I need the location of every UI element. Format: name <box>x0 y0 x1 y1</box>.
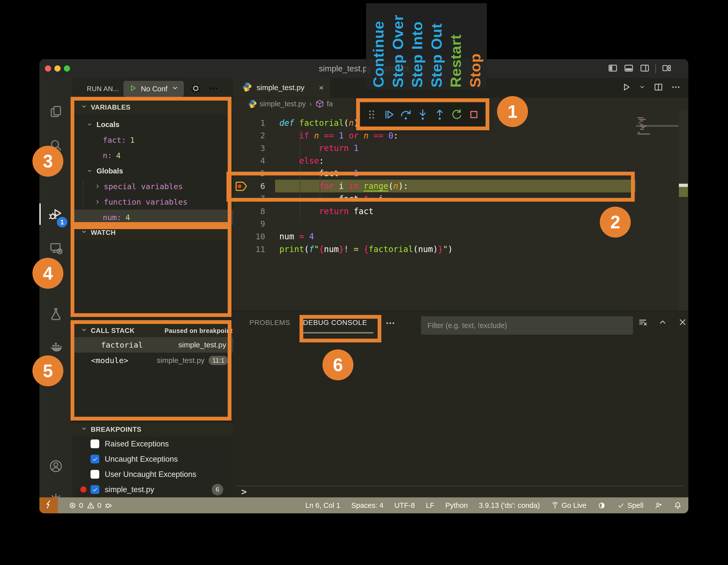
overview-ruler[interactable] <box>679 110 688 311</box>
panel-more-actions-icon[interactable] <box>385 318 396 330</box>
breakpoint-row[interactable]: Raised Exceptions <box>72 436 233 452</box>
minimap-line <box>639 122 640 123</box>
close-tab-icon[interactable]: × <box>319 83 324 93</box>
annotation-box-6 <box>300 315 381 343</box>
legend-label-continue: Continue <box>369 5 388 88</box>
check-icon <box>92 486 98 493</box>
status-indentation[interactable]: Spaces: 4 <box>351 501 383 510</box>
breakpoint-checkbox[interactable] <box>91 440 99 448</box>
tab-problems[interactable]: PROBLEMS <box>249 311 290 334</box>
status-notifications[interactable] <box>674 501 682 510</box>
panel-icons <box>637 317 688 329</box>
minimap-line <box>641 127 645 128</box>
annotation-circle-4: 4 <box>32 258 63 289</box>
legend-label-step-into: Step Into <box>408 5 427 88</box>
status-warnings[interactable]: 0 <box>87 501 101 510</box>
status-left: 00 <box>68 501 113 510</box>
broadcast-icon <box>551 501 559 510</box>
minimap-line <box>637 133 650 134</box>
console-filter-input[interactable] <box>421 316 633 335</box>
code-line-2[interactable]: 2 if n == 1 or n == 0: <box>233 129 688 142</box>
status-encoding[interactable]: UTF-8 <box>394 501 415 510</box>
layout-right-button[interactable] <box>639 63 650 74</box>
layout-bottom-button[interactable] <box>624 63 634 74</box>
tab-simple-test-py[interactable]: simple_test.py × <box>233 78 330 97</box>
line-number: 3 <box>248 143 265 153</box>
half-circle-icon <box>598 501 606 510</box>
status-settings-sync[interactable] <box>654 501 663 510</box>
maximize-panel-icon[interactable] <box>657 317 668 329</box>
annotation-circle-6: 6 <box>322 350 353 380</box>
dots-h-icon <box>671 82 681 92</box>
bell-icon <box>674 501 682 510</box>
status-go-live[interactable]: Go Live <box>551 501 587 510</box>
dots-h-icon <box>208 83 219 94</box>
breakpoints-section-header[interactable]: BREAKPOINTS <box>72 422 233 437</box>
layout-bottom-icon <box>624 63 634 73</box>
breakpoint-count-badge: 6 <box>212 484 223 495</box>
code-line-11[interactable]: 11print(f"{num}! = {factorial(num)}") <box>233 243 688 255</box>
activity-run-and-debug[interactable]: 1 <box>39 201 72 227</box>
more-actions-icon[interactable] <box>208 83 219 95</box>
status-python-interpreter[interactable]: 3.9.13 ('ds': conda) <box>479 501 540 510</box>
annotation-circle-3: 3 <box>32 146 63 177</box>
breakpoint-checkbox[interactable] <box>91 485 99 494</box>
minimap[interactable] <box>636 110 678 235</box>
run-outline-button[interactable] <box>621 82 631 93</box>
annotation-box-1 <box>356 98 489 130</box>
debug-settings-gear-icon[interactable] <box>190 83 201 95</box>
minimap-line <box>637 117 644 118</box>
layout-left-icon <box>608 63 618 73</box>
console-prompt[interactable]: > <box>241 486 247 497</box>
split-button[interactable] <box>653 82 663 93</box>
chev-down-button[interactable] <box>638 83 646 92</box>
chev-up-icon <box>657 317 668 328</box>
breadcrumb-item[interactable]: fa <box>315 99 333 108</box>
line-number: 9 <box>248 219 265 228</box>
breakpoint-row[interactable]: Uncaught Exceptions <box>72 452 233 467</box>
code-line-3[interactable]: 3 return 1 <box>233 142 688 154</box>
remote-indicator[interactable] <box>39 497 58 513</box>
layout-right-icon <box>639 63 650 73</box>
python-icon <box>248 99 257 108</box>
titlebar: simple_test.py — project <box>39 59 688 78</box>
code-line-4[interactable]: 4 else: <box>233 154 688 167</box>
breadcrumb-item[interactable]: simple_test.py <box>248 99 306 108</box>
activity-accounts[interactable] <box>39 453 72 479</box>
layout-custom-button[interactable] <box>661 63 672 74</box>
run-outline-icon <box>621 82 631 92</box>
legend-label-step-over: Step Over <box>389 5 408 88</box>
breakpoint-checkbox[interactable] <box>91 470 99 479</box>
activity-remote-explorer[interactable] <box>39 235 72 261</box>
status-cursor-position[interactable]: Ln 6, Col 1 <box>305 501 340 510</box>
breakpoint-dot-icon <box>80 486 87 493</box>
status-spell-checker[interactable]: Spell <box>617 501 644 510</box>
clear-console-icon[interactable] <box>637 317 648 329</box>
legend-label-stop: Stop <box>466 5 485 88</box>
breakpoint-row[interactable]: simple_test.py6 <box>72 482 233 497</box>
python-file-icon <box>242 82 252 94</box>
annotation-box-5 <box>71 320 231 421</box>
dots-h-button[interactable] <box>671 82 681 93</box>
status-debug-status[interactable] <box>105 501 113 510</box>
annotation-circle-1: 1 <box>497 96 528 127</box>
dots-h-icon <box>385 318 396 329</box>
beaker-icon <box>49 307 63 321</box>
close-panel-icon[interactable] <box>677 317 688 329</box>
status-language-mode[interactable]: Python <box>445 501 468 510</box>
status-eol[interactable]: LF <box>426 501 434 510</box>
console-filter[interactable] <box>421 316 633 335</box>
line-number: 10 <box>248 232 265 241</box>
account-icon <box>49 459 63 473</box>
activity-testing[interactable] <box>39 301 72 327</box>
debug-config-dropdown[interactable]: No Conf <box>123 81 184 97</box>
breakpoint-row[interactable]: User Uncaught Exceptions <box>72 467 233 482</box>
play-green-icon <box>128 83 137 93</box>
annotation-circle-5: 5 <box>32 355 63 386</box>
status-theme-toggle[interactable] <box>598 501 606 510</box>
chev-down-icon <box>80 425 88 433</box>
activity-explorer[interactable] <box>39 99 72 124</box>
layout-left-button[interactable] <box>608 63 618 74</box>
status-errors[interactable]: 0 <box>68 501 83 510</box>
breakpoint-checkbox[interactable] <box>91 455 99 463</box>
